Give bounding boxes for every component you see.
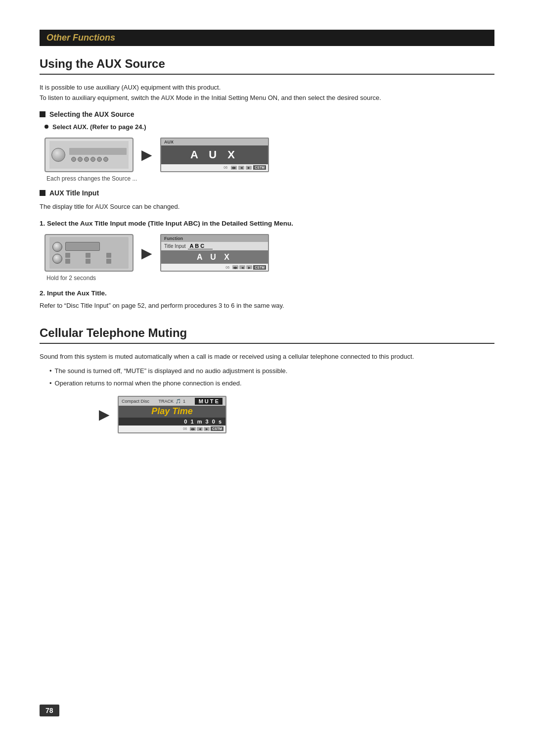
function-icon-2: ◀ — [239, 265, 245, 269]
function-icon-3: ▶ — [246, 265, 252, 269]
function-title-value: A B C — [188, 243, 213, 249]
btn-s6 — [106, 259, 111, 264]
radio-btn — [103, 157, 108, 162]
radio-device-mockup-2 — [44, 234, 134, 272]
btn-array — [65, 253, 126, 264]
section-header-band: Other Functions — [40, 30, 494, 46]
step-2-label: 2. Input the Aux Title. — [40, 289, 494, 297]
btn-s1 — [65, 253, 70, 258]
radio-device-mockup-1 — [44, 138, 134, 172]
display-top-label: AUX — [161, 139, 268, 145]
using-aux-title: Using the AUX Source — [40, 57, 494, 75]
cellular-bullet2: Operation returns to normal when the pho… — [49, 378, 494, 389]
mute-bottom-label: 06 — [183, 427, 187, 430]
page-number: 78 — [40, 705, 59, 716]
mute-playtime-text: Play Time — [151, 406, 193, 417]
mute-display-screen: Compact Disc TRACK 🎵 1 M U T E Play Time… — [118, 396, 226, 433]
disc-slot — [65, 242, 100, 251]
btn-s5 — [86, 259, 90, 264]
knob-circle-icon — [52, 242, 62, 252]
circle-bullet-icon — [44, 125, 48, 129]
radio-btn — [71, 157, 76, 162]
mute-track-icon: 🎵 — [176, 399, 181, 404]
select-aux-subpoint-text: Select AUX. (Refer to page 24.) — [52, 123, 146, 131]
cellular-muting-title: Cellular Telephone Muting — [40, 326, 494, 344]
radio-btn — [97, 157, 102, 162]
mute-icon-1: ◀▶ — [190, 427, 196, 431]
step1-caption: Hold for 2 seconds — [46, 275, 494, 282]
function-aux-row: A U X — [161, 250, 268, 264]
selecting-aux-heading: Selecting the AUX Source — [40, 110, 494, 118]
mute-track-num: 1 — [183, 399, 185, 404]
aux-title-input-body: The display title for AUX Source can be … — [40, 202, 494, 212]
step-1-label: 1. Select the Aux Title Input mode (Titl… — [40, 220, 494, 227]
mute-time-row: 0 1 m 3 0 s — [119, 418, 225, 425]
function-aux-text: A U X — [197, 253, 232, 262]
mute-icon-3: ▶ — [204, 427, 210, 431]
knob-group — [52, 242, 62, 264]
radio-device-inner-1 — [49, 141, 129, 169]
function-screen-label: Function — [161, 235, 268, 242]
knob-circle-icon-2 — [52, 254, 62, 264]
cstm-badge: CSTM — [253, 165, 266, 170]
display-main-area: A U X — [161, 145, 268, 164]
radio-btn — [78, 157, 83, 162]
display-icon-1: ◀▶ — [231, 166, 237, 170]
function-title-label: Title Input — [164, 243, 186, 249]
aux-title-input-heading: AUX Title Input — [40, 189, 494, 197]
arrow-right-icon: ▶ — [141, 146, 152, 163]
display-icon-2: ◀ — [238, 166, 244, 170]
arrow-right-icon-3: ▶ — [99, 406, 110, 423]
section-header-text: Other Functions — [46, 33, 115, 43]
radio-btn — [84, 157, 89, 162]
btn-s4 — [65, 259, 70, 264]
mute-bottom-bar: 06 ◀▶ ◀ ▶ CSTM — [119, 425, 225, 432]
function-bottom-bar: 06 ◀▶ ◀ ▶ CSTM — [161, 264, 268, 271]
radio-face-2 — [49, 237, 129, 269]
cellular-body1: Sound from this system is muted automati… — [40, 352, 494, 362]
mute-label: M U T E — [195, 398, 222, 405]
function-icon-1: ◀▶ — [232, 265, 238, 269]
display-aux-text: A U X — [190, 148, 239, 161]
function-title-row: Title Input A B C — [161, 242, 268, 250]
display-bottom-label: 06 — [223, 166, 227, 169]
cellular-muting-section: Cellular Telephone Muting Sound from thi… — [40, 326, 494, 433]
selecting-aux-caption: Each press changes the Source ... — [46, 175, 494, 182]
step-2-body: Refer to “Disc Title Input” on page 52, … — [40, 301, 494, 311]
display-bottom-bar: 06 ◀▶ ◀ ▶ CSTM — [161, 164, 268, 171]
square-bullet-icon-2 — [40, 190, 45, 196]
select-aux-subpoint: Select AUX. (Refer to page 24.) — [44, 123, 494, 131]
cellular-bullet1: The sound is turned off, “MUTE” is displ… — [49, 366, 494, 377]
display-icon-3: ▶ — [246, 166, 252, 170]
btn-s2 — [86, 253, 90, 258]
radio-buttons-row — [71, 157, 127, 162]
radio-btn — [90, 157, 95, 162]
square-bullet-icon — [40, 111, 45, 117]
mute-icon-2: ◀ — [197, 427, 203, 431]
mute-top-disc-label: Compact Disc — [122, 399, 149, 404]
aux-title-input-title-text: AUX Title Input — [49, 189, 99, 197]
function-display-screen: Function Title Input A B C A U X 06 ◀▶ ◀… — [160, 234, 269, 272]
mute-track-info: TRACK 🎵 1 — [159, 399, 186, 404]
mute-cstm-badge: CSTM — [211, 426, 223, 431]
selecting-aux-title-text: Selecting the AUX Source — [49, 110, 134, 118]
function-bottom-label: 06 — [225, 266, 229, 269]
mute-playtime-row: Play Time — [119, 406, 225, 418]
btn-s3 — [106, 253, 111, 258]
using-aux-intro1: It is possible to use auxiliary (AUX) eq… — [40, 83, 494, 103]
mute-diagram: ▶ Compact Disc TRACK 🎵 1 M U T E Play Ti… — [99, 396, 494, 433]
mute-top-bar: Compact Disc TRACK 🎵 1 M U T E — [119, 397, 225, 406]
aux-display-screen: AUX A U X 06 ◀▶ ◀ ▶ CSTM — [160, 138, 269, 172]
function-cstm-badge: CSTM — [253, 265, 266, 270]
aux-title-input-diagram: ▶ Function Title Input A B C A U X 06 ◀▶… — [44, 234, 494, 272]
mute-track-label: TRACK — [159, 399, 174, 404]
radio-knob-icon — [51, 148, 65, 162]
arrow-right-icon-2: ▶ — [141, 245, 152, 261]
using-aux-section: Using the AUX Source It is possible to u… — [40, 57, 494, 311]
selecting-aux-diagram: ▶ AUX A U X 06 ◀▶ ◀ ▶ CSTM — [44, 138, 494, 172]
mute-time-text: 0 1 m 3 0 s — [184, 419, 222, 425]
